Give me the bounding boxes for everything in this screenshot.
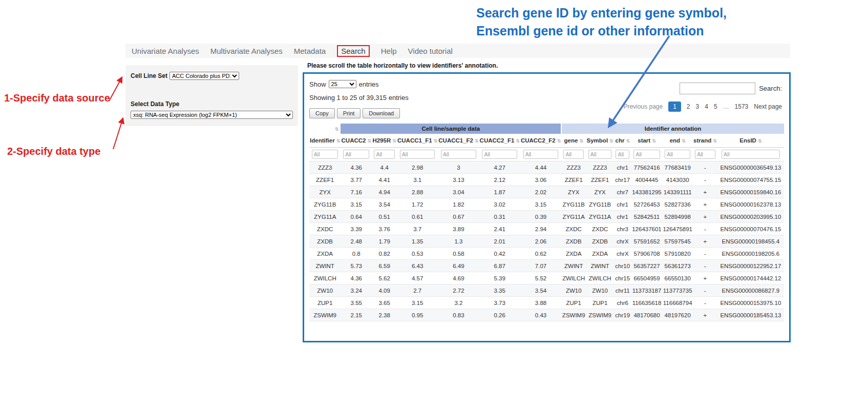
table-cell: 56357227: [631, 260, 663, 272]
table-cell: 2.01: [479, 235, 520, 248]
column-header-chr[interactable]: chr⇅: [614, 134, 631, 148]
table-cell: ZZZ3: [561, 161, 586, 174]
download-button[interactable]: Download: [363, 108, 400, 118]
table-cell: 4.44: [520, 161, 561, 174]
table-cell: 3.13: [438, 174, 479, 186]
previous-page-button[interactable]: Previous page: [623, 103, 663, 110]
column-header-start[interactable]: start⇅: [631, 134, 663, 148]
table-cell: 52827336: [662, 198, 693, 211]
sort-icon: ⇅: [652, 138, 656, 144]
print-button[interactable]: Print: [337, 108, 361, 118]
table-cell: chr3: [614, 223, 631, 235]
table-cell: 3.02: [479, 198, 520, 211]
nav-item-multivariate-analyses[interactable]: Multivariate Analyses: [210, 47, 283, 55]
column-header-cuacc1-f2[interactable]: CUACC1_F2⇅: [438, 134, 479, 148]
page-button-2[interactable]: 2: [687, 103, 690, 110]
table-cell: -: [693, 161, 717, 174]
nav-item-search[interactable]: Search: [337, 45, 370, 57]
column-header-end[interactable]: end⇅: [662, 134, 693, 148]
filter-input-ensid[interactable]: [722, 150, 780, 159]
copy-button[interactable]: Copy: [309, 108, 335, 118]
table-cell: ZUP1: [561, 297, 586, 309]
table-row: ZYG11A0.640.510.610.670.310.39ZYG11AZYG1…: [309, 211, 784, 223]
table-cell: ZW10: [586, 284, 614, 297]
filter-input-symbol[interactable]: [588, 150, 612, 159]
cell-line-set-label: Cell Line Set: [131, 72, 167, 79]
sort-icon: ⇅: [557, 138, 561, 144]
filter-input-h295r[interactable]: [374, 150, 394, 159]
column-header-cuacc2-f2[interactable]: CUACC2_F2⇅: [520, 134, 561, 148]
table-cell: ZZZ3: [586, 161, 614, 174]
table-cell: 5.52: [520, 272, 561, 284]
table-cell: ZZEF1: [309, 174, 341, 186]
page-button-1[interactable]: 1: [668, 101, 681, 112]
table-row: ZWINT5.736.596.436.496.877.07ZWINTZWINTc…: [309, 260, 784, 272]
filter-input-end[interactable]: [665, 150, 690, 159]
table-cell: 2.72: [438, 284, 479, 297]
sort-icon: ⇅: [434, 138, 438, 144]
column-header-symbol[interactable]: Symbol⇅: [586, 134, 614, 148]
column-header-cuacc2-f1[interactable]: CUACC2_F1⇅: [479, 134, 520, 148]
filter-input-cuacc1-f1[interactable]: [400, 150, 435, 159]
table-cell: ZWILCH: [586, 272, 614, 284]
table-cell: ENSG00000198455.4: [717, 235, 784, 248]
table-cell: ZZZ3: [309, 161, 341, 174]
filter-input-chr[interactable]: [616, 150, 629, 159]
filter-input-cuacc2-f2[interactable]: [523, 150, 559, 159]
filter-input-cuacc1-f2[interactable]: [441, 150, 476, 159]
table-cell: ZYG11A: [561, 211, 586, 223]
sort-icon: ⇅: [475, 138, 479, 144]
column-header-identifier[interactable]: Identifier⇅: [309, 134, 341, 148]
table-cell: 3.73: [479, 297, 520, 309]
nav-item-help[interactable]: Help: [381, 47, 397, 55]
table-cell: +: [693, 186, 717, 198]
column-header-h295r[interactable]: H295R⇅: [372, 134, 397, 148]
nav-item-metadata[interactable]: Metadata: [294, 47, 326, 55]
page-button-4[interactable]: 4: [705, 103, 708, 110]
table-cell: 52842511: [631, 211, 663, 223]
filter-input-start[interactable]: [633, 150, 660, 159]
column-header-cuacc1-f1[interactable]: CUACC1_F1⇅: [397, 134, 438, 148]
page-button-1573[interactable]: 1573: [735, 103, 749, 110]
column-header-gene[interactable]: gene⇅: [561, 134, 586, 148]
table-cell: 6.49: [438, 260, 479, 272]
table-cell: 4.4: [372, 161, 397, 174]
table-cell: 4.27: [479, 161, 520, 174]
nav-item-univariate-analyses[interactable]: Univariate Analyses: [132, 47, 199, 55]
cell-line-set-select[interactable]: ACC Colorado plus PDX: [170, 72, 239, 80]
nav-item-video-tutorial[interactable]: Video tutorial: [408, 47, 453, 55]
table-cell: ZWILCH: [309, 272, 341, 284]
filter-input-identifier[interactable]: [312, 150, 338, 159]
filter-input-cuacc2[interactable]: [343, 150, 369, 159]
table-cell: -: [693, 260, 717, 272]
table-cell: 0.51: [372, 211, 397, 223]
table-cell: 0.31: [479, 211, 520, 223]
next-page-button[interactable]: Next page: [754, 103, 782, 110]
table-cell: 3.15: [341, 198, 372, 211]
search-input[interactable]: [680, 83, 755, 94]
page-button-3[interactable]: 3: [696, 103, 700, 110]
table-cell: ENSG00000036549.13: [717, 161, 784, 174]
table-cell: ZXDC: [586, 223, 614, 235]
table-cell: +: [693, 272, 717, 284]
filter-input-cuacc2-f1[interactable]: [482, 150, 517, 159]
data-type-select[interactable]: xsq: RNA-seq Expression (log2 FPKM+1): [131, 111, 293, 119]
page-button-5[interactable]: 5: [714, 103, 717, 110]
filter-input-strand[interactable]: [695, 150, 715, 159]
filter-input-gene[interactable]: [563, 150, 584, 159]
table-row: ZYG11B3.153.541.721.823.023.15ZYG11BZYG1…: [309, 198, 784, 211]
column-header-ensid[interactable]: EnsID⇅: [717, 134, 784, 148]
table-cell: -: [693, 297, 717, 309]
table-cell: ZZEF1: [586, 174, 614, 186]
table-cell: 3.54: [520, 284, 561, 297]
table-cell: 3.04: [438, 186, 479, 198]
table-cell: ZZEF1: [561, 174, 586, 186]
group-header-row: ⇅Cell line/sample dataIdentifier annotat…: [309, 124, 784, 134]
table-cell: 3.15: [520, 198, 561, 211]
page-length-select[interactable]: 25: [329, 80, 356, 88]
table-cell: -: [693, 248, 717, 260]
table-cell: chr11: [614, 284, 631, 297]
column-header-cuacc2[interactable]: CUACC2⇅: [341, 134, 372, 148]
column-header-strand[interactable]: strand⇅: [693, 134, 717, 148]
table-cell: 7.16: [341, 186, 372, 198]
